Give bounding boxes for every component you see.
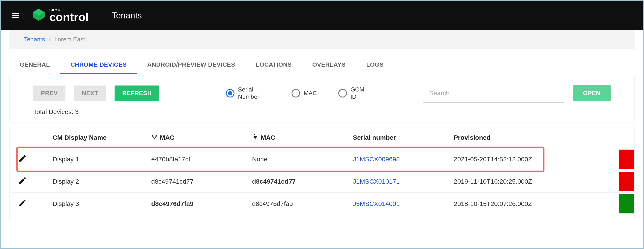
next-button[interactable]: NEXT [74,85,106,101]
cell-serial: J1MSCX009698 [348,148,450,170]
cell-display-name: Display 1 [36,148,147,170]
brand-logo: SKYKIT control [32,8,88,23]
app-bar: SKYKIT control Tenants [1,1,643,30]
col-header-wifi-mac: MAC [147,127,248,148]
cell-status [619,170,634,193]
filter-radio-gcm[interactable]: GCM ID [338,86,372,100]
cell-serial: J1MSCX010171 [348,170,450,193]
radio-label-mac: MAC [304,90,317,97]
tab-chrome-devices[interactable]: CHROME DEVICES [60,57,137,74]
col-header-serial: Serial number [348,127,450,148]
table-row[interactable]: Display 2d8c49741cd77d8c49741cd77J1MSCX0… [10,170,634,193]
cell-provisioned: 2021-05-20T14:52:12.000Z [450,148,619,170]
breadcrumb-current: Lorem East [54,36,85,43]
prev-button[interactable]: PREV [33,85,66,101]
cell-wifi-mac: e470b8fa17cf [147,148,248,170]
wifi-icon [151,134,158,141]
radio-label-gcm: GCM ID [350,86,372,100]
cell-serial: J5MSCX014001 [348,193,450,215]
cell-wifi-mac: d8c49741cd77 [147,170,248,193]
tab-general[interactable]: GENERAL [10,57,60,74]
filter-radio-serial[interactable]: Serial Number [226,86,270,100]
radio-icon[interactable] [226,89,234,97]
radio-icon[interactable] [338,89,347,97]
cell-display-name: Display 2 [36,170,147,193]
refresh-button[interactable]: REFRESH [114,85,160,101]
logo-icon [32,8,46,23]
table-row[interactable]: Display 1e470b8fa17cfNoneJ1MSCX009698202… [10,148,634,170]
hamburger-menu-icon[interactable] [10,9,22,21]
tab-overlays[interactable]: OVERLAYS [302,57,356,74]
tab-android-preview-devices[interactable]: ANDROID/PREVIEW DEVICES [137,57,246,74]
edit-icon[interactable] [18,176,27,185]
edit-icon[interactable] [18,154,27,163]
serial-link[interactable]: J1MSCX009698 [353,156,400,163]
cell-status [619,148,634,170]
breadcrumb-separator: / [49,36,51,43]
status-indicator [619,194,634,214]
app-title: Tenants [112,11,142,20]
serial-link[interactable]: J1MSCX010171 [353,178,400,185]
cell-eth-mac: d8c4976d7fa9 [248,193,348,215]
tab-logs[interactable]: LOGS [356,57,394,74]
tab-locations[interactable]: LOCATIONS [246,57,302,74]
tabs: GENERAL CHROME DEVICES ANDROID/PREVIEW D… [1,57,643,74]
cell-wifi-mac: d8c4976d7fa9 [147,193,248,215]
cell-eth-mac: d8c49741cd77 [248,170,348,193]
cell-provisioned: 2019-11-10T16:20:25.000Z [450,170,619,193]
status-indicator [619,172,634,191]
col-header-status [619,127,634,148]
cell-eth-mac: None [248,148,348,170]
table-row[interactable]: Display 3d8c4976d7fa9d8c4976d7fa9J5MSCX0… [10,193,634,215]
total-devices-label: Total Devices: 3 [33,108,611,115]
col-edit [10,127,36,148]
radio-label-serial: Serial Number [238,86,270,100]
cell-provisioned: 2018-10-15T20:07:26.000Z [450,193,619,215]
devices-table: CM Display Name MAC [10,127,634,219]
edit-icon[interactable] [18,199,27,207]
toolbar-card: PREV NEXT REFRESH Serial Number MAC GCM … [10,75,634,122]
col-header-eth-mac: MAC [248,127,348,148]
serial-link[interactable]: J5MSCX014001 [353,200,400,207]
plug-icon [252,134,258,141]
col-header-name: CM Display Name [36,127,147,148]
cell-display-name: Display 3 [36,193,147,215]
breadcrumb: Tenants / Lorem East [10,30,634,49]
col-header-provisioned: Provisioned [450,127,619,148]
radio-icon[interactable] [292,89,300,97]
search-input[interactable] [422,84,564,103]
cell-status [619,193,634,215]
status-indicator [619,150,634,169]
filter-radio-mac[interactable]: MAC [292,89,317,97]
brand-big-text: control [49,12,88,22]
breadcrumb-root-link[interactable]: Tenants [24,36,45,43]
open-button[interactable]: OPEN [573,85,611,101]
